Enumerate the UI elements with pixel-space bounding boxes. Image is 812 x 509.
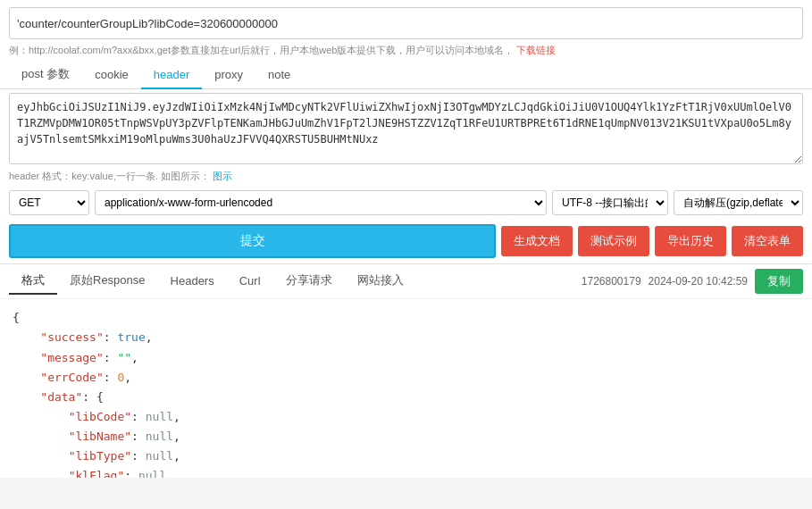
response-tab-format[interactable]: 格式: [9, 268, 57, 295]
decompress-select[interactable]: 自动解压(gzip,deflate,f: [674, 190, 803, 215]
url-input[interactable]: [9, 7, 803, 39]
hint-text: 例：http://coolaf.com/m?axx&bxx,get参数直接加在u…: [9, 42, 556, 59]
tab-note[interactable]: note: [255, 61, 303, 89]
copy-button[interactable]: 复制: [755, 269, 803, 294]
header-textarea[interactable]: eyJhbGciOiJSUzI1NiJ9.eyJzdWIiOiIxMzk4NjI…: [9, 93, 803, 164]
action-buttons: 提交 生成文档 测试示例 导出历史 清空表单: [0, 219, 812, 263]
response-tabs: 格式 原始Response Headers Curl 分享请求 网站接入: [9, 268, 416, 295]
request-controls: GET application/x-www-form-urlencoded UT…: [0, 187, 812, 219]
header-textarea-wrap: eyJhbGciOiJSUzI1NiJ9.eyJzdWIiOiIxMzk4NjI…: [0, 89, 812, 167]
tab-header[interactable]: header: [141, 61, 202, 89]
submit-button[interactable]: 提交: [9, 224, 496, 258]
response-tab-curl[interactable]: Curl: [227, 268, 273, 295]
encoding-select[interactable]: UTF-8 --接口输出的编码: [552, 190, 668, 215]
page-wrapper: 例：http://coolaf.com/m?axx&bxx,get参数直接加在u…: [0, 0, 812, 478]
export-history-button[interactable]: 导出历史: [655, 226, 726, 256]
tab-proxy[interactable]: proxy: [202, 61, 255, 89]
response-header: 格式 原始Response Headers Curl 分享请求 网站接入 172…: [0, 264, 812, 299]
method-select[interactable]: GET: [9, 190, 89, 215]
response-tab-headers[interactable]: Headers: [158, 268, 227, 295]
response-tab-site[interactable]: 网站接入: [345, 268, 416, 295]
url-section: [0, 0, 812, 43]
response-datetime: 2024-09-20 10:42:59: [649, 275, 748, 288]
gen-doc-button[interactable]: 生成文档: [501, 226, 573, 256]
content-type-select[interactable]: application/x-www-form-urlencoded: [95, 190, 547, 215]
response-timestamp: 1726800179: [582, 275, 641, 288]
download-link[interactable]: 下载链接: [516, 45, 556, 55]
test-example-button[interactable]: 测试示例: [578, 226, 649, 256]
tab-post-params[interactable]: post 参数: [9, 61, 82, 89]
tab-cookie[interactable]: cookie: [82, 61, 141, 89]
header-format-hint: header 格式：key:value,一行一条. 如图所示： 图示: [0, 167, 812, 187]
response-section: 格式 原始Response Headers Curl 分享请求 网站接入 172…: [0, 263, 812, 478]
format-example-link[interactable]: 图示: [213, 171, 232, 181]
param-tabs: post 参数 cookie header proxy note: [0, 61, 812, 89]
response-body: { "success": true, "message": "", "errCo…: [0, 299, 812, 478]
response-tab-raw[interactable]: 原始Response: [57, 268, 158, 295]
response-tab-share[interactable]: 分享请求: [273, 268, 345, 295]
response-meta: 1726800179 2024-09-20 10:42:59 复制: [582, 269, 803, 294]
clear-form-button[interactable]: 清空表单: [732, 226, 803, 256]
